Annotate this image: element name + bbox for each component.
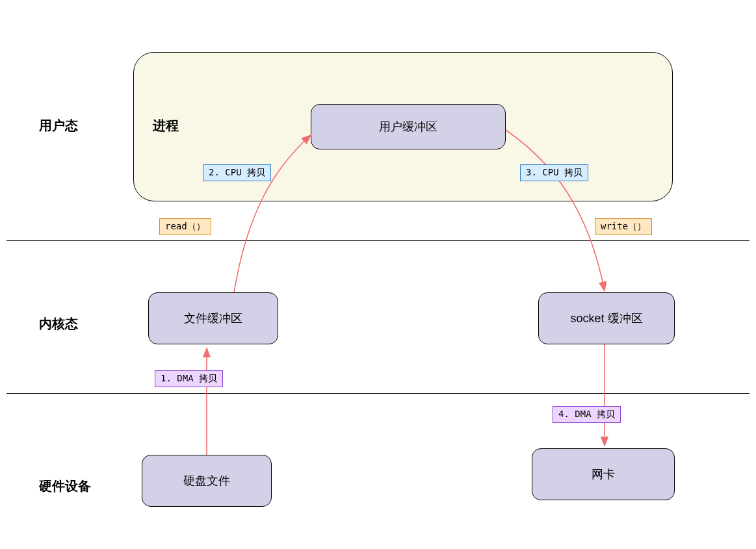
tag-step3: 3. CPU 拷贝: [520, 164, 588, 181]
layer-label-kernel: 内核态: [39, 315, 78, 333]
layer-label-user: 用户态: [39, 117, 78, 134]
node-nic: 网卡: [532, 448, 675, 500]
tag-read: read（）: [159, 218, 211, 235]
node-file-buffer: 文件缓冲区: [148, 292, 278, 344]
node-socket-buffer: socket 缓冲区: [538, 292, 675, 344]
tag-step1: 1. DMA 拷贝: [155, 370, 223, 387]
tag-write: write（）: [595, 218, 652, 235]
separator-kernel-hw: [7, 393, 749, 394]
node-user-buffer: 用户缓冲区: [311, 104, 506, 149]
node-disk-file: 硬盘文件: [142, 455, 272, 507]
layer-label-hw: 硬件设备: [39, 478, 91, 495]
diagram-canvas: 用户态 内核态 硬件设备 进程 用户缓冲区 文件缓冲区 socket 缓冲区 硬…: [0, 0, 756, 549]
tag-step2: 2. CPU 拷贝: [203, 164, 271, 181]
separator-user-kernel: [7, 240, 749, 241]
tag-step4: 4. DMA 拷贝: [553, 406, 621, 423]
process-title: 进程: [153, 117, 179, 134]
